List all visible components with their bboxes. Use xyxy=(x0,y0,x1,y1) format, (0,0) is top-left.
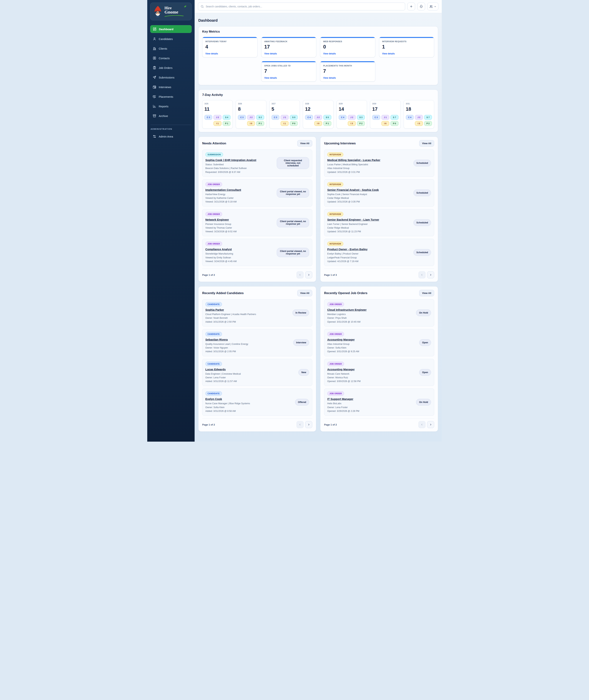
prev-page-button[interactable] xyxy=(297,271,304,278)
item-title-link[interactable]: Accounting Manager xyxy=(327,338,355,341)
item-line: Added: 3/31/2026 @ 2:50 PM xyxy=(205,320,256,324)
search-input[interactable] xyxy=(206,5,403,8)
view-details-link[interactable]: View details xyxy=(323,77,372,79)
plus-icon xyxy=(410,5,413,8)
sidebar-item-candidates[interactable]: Candidates xyxy=(150,35,192,42)
metric-label: WEB RESPONSES xyxy=(323,40,372,42)
item-main: INTERVIEW Senior Financial Analyst - Sop… xyxy=(327,182,379,204)
item-title-link[interactable]: IT Support Manager xyxy=(327,397,353,401)
next-page-button[interactable] xyxy=(305,271,312,278)
item-main: INTERVIEW Medical Billing Specialist - L… xyxy=(327,152,380,174)
candidates-count-pill: C 3 xyxy=(372,115,380,120)
view-details-link[interactable]: View details xyxy=(382,52,431,55)
item-title-link[interactable]: Senior Backend Engineer - Liam Turner xyxy=(327,218,379,221)
list-item: CANDIDATE Sebastian Rivera Quality Assur… xyxy=(202,329,312,356)
sidebar-item-interviews[interactable]: Interviews xyxy=(150,83,192,91)
item-title-link[interactable]: Product Owner - Evelyn Bailey xyxy=(327,248,368,251)
item-line: Viewed: 3/23/2026 @ 8:02 AM xyxy=(205,230,237,234)
item-line: Updated: 3/31/2026 @ 11:23 PM xyxy=(327,230,379,234)
status-badge: Interview xyxy=(293,339,309,346)
metric-accent-bar xyxy=(202,37,257,38)
next-page-button[interactable] xyxy=(427,271,434,278)
view-all-button[interactable]: View All xyxy=(419,290,434,296)
placements-count-pill: P 2 xyxy=(357,121,365,126)
chevron-left-icon xyxy=(299,274,301,276)
sidebar-item-job-orders[interactable]: Job Orders xyxy=(150,64,192,72)
view-details-link[interactable]: View details xyxy=(323,52,372,55)
view-details-link[interactable]: View details xyxy=(264,52,314,55)
item-line: Cloud Platform Engineer | Acadia Health … xyxy=(205,312,256,316)
next-page-button[interactable] xyxy=(427,421,434,428)
interviews-count-pill: I 0 xyxy=(247,121,255,126)
jobs-count-pill: J 2 xyxy=(314,115,322,120)
metric-accent-bar xyxy=(379,37,434,38)
add-button[interactable] xyxy=(407,3,415,10)
item-title-link[interactable]: Medical Billing Specialist - Lucas Parke… xyxy=(327,158,380,162)
item-title-link[interactable]: Evelyn Cook xyxy=(205,397,222,401)
sidebar-item-label: Candidates xyxy=(159,37,173,40)
view-all-button[interactable]: View All xyxy=(297,140,312,147)
item-title-link[interactable]: Compliance Analyst xyxy=(205,248,232,251)
item-line: Helix BioLabs xyxy=(327,402,359,405)
sidebar-item-placements[interactable]: Placements xyxy=(150,93,192,100)
item-title-link[interactable]: Accounting Manager xyxy=(327,368,355,371)
next-page-button[interactable] xyxy=(305,421,312,428)
sidebar-item-archive[interactable]: Archive xyxy=(150,112,192,120)
item-line: Owner: Lena Foster xyxy=(327,406,359,409)
item-main: JOB ORDER Implementation Consultant Harb… xyxy=(205,182,241,204)
prev-page-button[interactable] xyxy=(418,421,425,428)
chevron-right-icon xyxy=(429,274,432,276)
view-details-link[interactable]: View details xyxy=(264,77,314,79)
list-item: JOB ORDER Network Engineer Pioneer Insur… xyxy=(202,209,312,236)
item-title-link[interactable]: Implementation Consultant xyxy=(205,188,241,191)
sidebar-item-submissions[interactable]: Submissions xyxy=(150,74,192,81)
item-line: Added: 3/31/2026 @ 11:57 AM xyxy=(205,380,241,383)
page-indicator: Page 1 of 2 xyxy=(202,423,215,426)
item-title-link[interactable]: Sophia Cook | EHR Integration Analyst xyxy=(205,158,256,162)
prev-page-button[interactable] xyxy=(418,271,425,278)
metric-label: OPEN JOBS STALLED 7D xyxy=(264,64,314,67)
item-main: JOB ORDER Network Engineer Pioneer Insur… xyxy=(205,212,237,234)
metric-value: 0 xyxy=(323,44,372,50)
metric-card-awaiting-feedback: AWAITING FEEDBACK 17 View details xyxy=(261,37,317,57)
view-all-button[interactable]: View All xyxy=(297,290,312,296)
list-item: CANDIDATE Evelyn Cook Nurse Case Manager… xyxy=(202,389,312,416)
calendar-clock-icon xyxy=(153,85,156,89)
item-title-link[interactable]: Cloud Infrastructure Engineer xyxy=(327,308,367,311)
item-title-link[interactable]: Network Engineer xyxy=(205,218,229,221)
sidebar-item-admin-area[interactable]: Admin Area xyxy=(150,133,192,140)
item-title-link[interactable]: Senior Financial Analyst - Sophia Cook xyxy=(327,188,379,191)
logo-word-gnome: Gnome xyxy=(165,10,184,14)
item-title-link[interactable]: Sophia Parker xyxy=(205,308,224,311)
panel-footer: Page 1 of 2 xyxy=(202,418,312,428)
prev-page-button[interactable] xyxy=(297,421,304,428)
recent-candidates-panel: Recently Added Candidates View All CANDI… xyxy=(198,286,316,432)
dashboard-content: Dashboard Key Metrics INTERVIEWS TODAY 4… xyxy=(195,13,442,442)
status-badge: On Hold xyxy=(416,399,431,406)
jobs-count-pill: J 1 xyxy=(381,115,389,120)
panel-footer: Page 1 of 3 xyxy=(324,269,434,278)
notifications-button[interactable] xyxy=(417,3,425,10)
day-total: 8 xyxy=(238,106,264,112)
item-title-link[interactable]: Sebastian Rivera xyxy=(205,338,228,341)
metric-value: 1 xyxy=(382,44,431,50)
sidebar-item-dashboard[interactable]: Dashboard xyxy=(150,25,192,33)
status-badge: Open xyxy=(419,339,431,346)
interviews-count-pill: I 0 xyxy=(314,121,322,126)
sidebar-item-contacts[interactable]: Contacts xyxy=(150,54,192,62)
type-badge: INTERVIEW xyxy=(327,212,343,217)
metric-accent-bar xyxy=(261,37,316,38)
view-details-link[interactable]: View details xyxy=(205,52,254,55)
type-badge: JOB ORDER xyxy=(327,391,344,396)
jobs-count-pill: J 2 xyxy=(213,115,221,120)
view-all-button[interactable]: View All xyxy=(419,140,434,147)
sidebar-item-clients[interactable]: Clients xyxy=(150,45,192,52)
item-title-link[interactable]: Lucas Edwards xyxy=(205,368,226,371)
jobs-count-pill: J 1 xyxy=(280,115,288,120)
sidebar-item-reports[interactable]: Reports xyxy=(150,103,192,110)
user-menu-button[interactable] xyxy=(427,3,438,10)
metric-label: INTERVIEWS TODAY xyxy=(205,40,254,42)
item-line: Meridian Logistics xyxy=(327,312,367,316)
day-card: 3/28 12 C 4 J 2 S 5 I 0 P 1 xyxy=(303,100,333,129)
page-title: Dashboard xyxy=(198,18,438,23)
